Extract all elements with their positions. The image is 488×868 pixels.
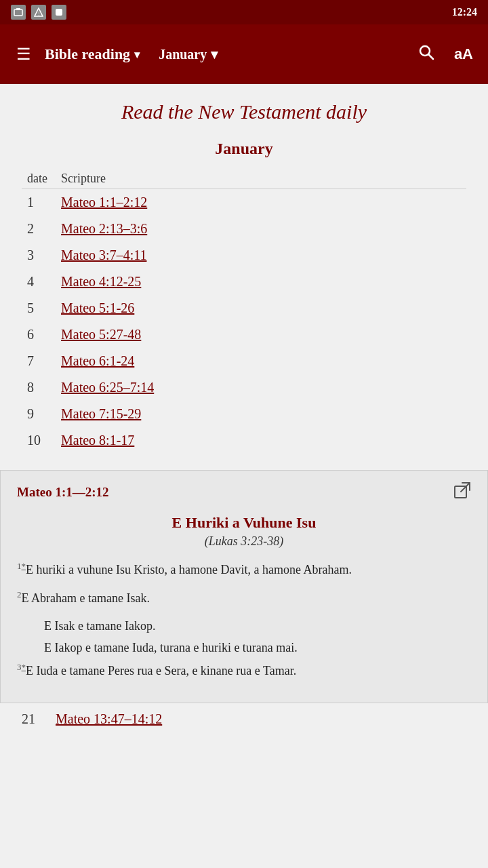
- reading-scripture: Mateo 8:1-17: [56, 427, 466, 454]
- reading-date: 9: [22, 401, 56, 427]
- reading-date: 1: [22, 189, 56, 216]
- reading-date: 6: [22, 321, 56, 348]
- verse-text-2: E Abraham e tamane Isak.: [22, 591, 150, 605]
- preview-text: 1*E huriki a vuhune Isu Kristo, a hamone…: [17, 559, 471, 681]
- svg-rect-1: [16, 8, 20, 10]
- status-icon-2: !: [31, 5, 46, 20]
- status-bar: ! 12:24: [0, 0, 488, 24]
- table-row: 8Mateo 6:25–7:14: [22, 374, 466, 401]
- table-row: 2Mateo 2:13–3:6: [22, 216, 466, 242]
- preview-ref: Mateo 1:1—2:12: [17, 485, 109, 500]
- reading-scripture: Mateo 2:13–3:6: [56, 216, 466, 242]
- table-row: 9Mateo 7:15-29: [22, 401, 466, 427]
- table-row: 4Mateo 4:12-25: [22, 269, 466, 295]
- reading-scripture: Mateo 5:27-48: [56, 321, 466, 348]
- reading-date: 8: [22, 374, 56, 401]
- reading-date: 5: [22, 295, 56, 321]
- verse-text-3: E Iuda e tamane Peres rua e Sera, e kina…: [26, 664, 296, 677]
- status-time: 12:24: [452, 6, 477, 18]
- page-title: Read the New Testament daily: [22, 100, 466, 123]
- status-icon-3: [52, 5, 66, 20]
- table-row: 1Mateo 1:1–2:12: [22, 189, 466, 216]
- col-scripture: Scripture: [56, 169, 466, 189]
- table-row: 5Mateo 5:1-26: [22, 295, 466, 321]
- reading-date: 3: [22, 242, 56, 269]
- svg-line-8: [461, 483, 470, 492]
- status-icons: !: [11, 5, 66, 20]
- reading-scripture: Mateo 6:1-24: [56, 348, 466, 374]
- main-content: Read the New Testament daily January dat…: [0, 84, 488, 470]
- verse-num-1: 1*: [17, 561, 26, 571]
- bottom-row: 21 Mateo 13:47–14:12: [0, 703, 488, 735]
- search-icon[interactable]: [413, 39, 439, 69]
- verse-2: 2E Abraham e tamane Isak.: [17, 588, 471, 608]
- preview-card: Mateo 1:1—2:12 E Huriki a Vuhune Isu (Lu…: [0, 470, 488, 703]
- svg-rect-0: [14, 9, 22, 16]
- reading-scripture: Mateo 4:12-25: [56, 269, 466, 295]
- table-row: 10Mateo 8:1-17: [22, 427, 466, 454]
- scripture-link[interactable]: Mateo 4:12-25: [61, 274, 141, 289]
- preview-subtitle: (Lukas 3:23-38): [17, 534, 471, 549]
- hamburger-icon[interactable]: ☰: [11, 39, 37, 69]
- verse-text-1: E huriki a vuhune Isu Kristo, a hamone D…: [26, 563, 352, 576]
- verse-indent-2: E Iakop e tamane Iuda, turana e huriki e…: [17, 638, 471, 658]
- app-bar: ☰ Bible reading ▾ January ▾ aA: [0, 24, 488, 84]
- scripture-link[interactable]: Mateo 7:15-29: [61, 406, 141, 421]
- scripture-link[interactable]: Mateo 6:25–7:14: [61, 380, 154, 395]
- verse-num-3: 3*: [17, 662, 26, 672]
- bottom-scripture: Mateo 13:47–14:12: [56, 711, 162, 727]
- scripture-link[interactable]: Mateo 8:1-17: [61, 433, 134, 448]
- scripture-link[interactable]: Mateo 5:1-26: [61, 300, 134, 315]
- reading-scripture: Mateo 1:1–2:12: [56, 189, 466, 216]
- table-row: 6Mateo 5:27-48: [22, 321, 466, 348]
- scripture-link[interactable]: Mateo 1:1–2:12: [61, 195, 147, 210]
- reading-date: 10: [22, 427, 56, 454]
- font-size-icon[interactable]: aA: [450, 41, 477, 67]
- reading-scripture: Mateo 7:15-29: [56, 401, 466, 427]
- preview-section-title: E Huriki a Vuhune Isu: [17, 514, 471, 532]
- month-chevron-icon: ▾: [211, 46, 218, 62]
- status-icon-1: [11, 5, 26, 20]
- preview-header: Mateo 1:1—2:12: [17, 481, 471, 503]
- svg-text:!: !: [38, 11, 40, 17]
- svg-rect-4: [56, 9, 62, 16]
- reading-table: date Scripture 1Mateo 1:1–2:122Mateo 2:1…: [22, 169, 466, 454]
- svg-line-6: [428, 55, 433, 60]
- reading-date: 4: [22, 269, 56, 295]
- col-date: date: [22, 169, 56, 189]
- bottom-date: 21: [22, 711, 56, 727]
- title-chevron-icon: ▾: [134, 48, 140, 61]
- reading-scripture: Mateo 3:7–4:11: [56, 242, 466, 269]
- verse-1: 1*E huriki a vuhune Isu Kristo, a hamone…: [17, 559, 471, 580]
- scripture-link[interactable]: Mateo 5:27-48: [61, 327, 141, 342]
- bottom-scripture-link[interactable]: Mateo 13:47–14:12: [56, 711, 162, 726]
- verse-3: 3*E Iuda e tamane Peres rua e Sera, e ki…: [17, 660, 471, 681]
- app-bar-right: aA: [413, 39, 477, 69]
- month-heading: January: [22, 140, 466, 158]
- app-bar-title-button[interactable]: Bible reading ▾: [45, 45, 140, 63]
- verse-indent-1: E Isak e tamane Iakop.: [17, 616, 471, 636]
- app-bar-title-text: Bible reading: [45, 45, 130, 63]
- table-row: 7Mateo 6:1-24: [22, 348, 466, 374]
- scripture-link[interactable]: Mateo 2:13–3:6: [61, 221, 147, 236]
- app-bar-month-text: January: [159, 47, 207, 62]
- app-bar-month-button[interactable]: January ▾: [159, 46, 218, 62]
- reading-scripture: Mateo 5:1-26: [56, 295, 466, 321]
- external-link-icon[interactable]: [453, 481, 471, 503]
- table-row: 3Mateo 3:7–4:11: [22, 242, 466, 269]
- scripture-link[interactable]: Mateo 3:7–4:11: [61, 248, 146, 262]
- reading-date: 2: [22, 216, 56, 242]
- reading-scripture: Mateo 6:25–7:14: [56, 374, 466, 401]
- scripture-link[interactable]: Mateo 6:1-24: [61, 353, 134, 368]
- reading-date: 7: [22, 348, 56, 374]
